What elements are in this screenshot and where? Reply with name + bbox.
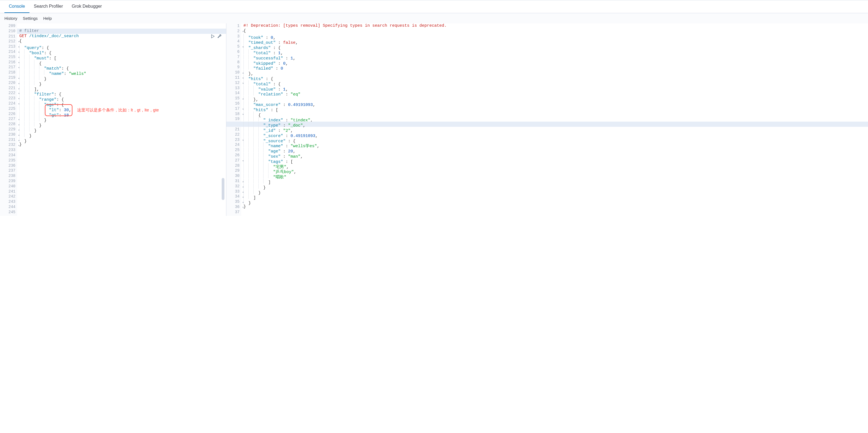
code-line[interactable]: "skipped" : 0, [243,60,868,65]
code-line[interactable] [19,158,226,163]
wrench-icon[interactable] [217,34,222,40]
response-code[interactable]: #! Deprecation: [types removal] Specifyi… [241,23,868,216]
code-line[interactable]: } [19,127,226,132]
history-link[interactable]: History [4,16,17,21]
code-line[interactable]: "max_score" : 0.49191093, [243,101,868,106]
code-line[interactable]: { [243,111,868,116]
code-line[interactable] [243,210,868,215]
code-line[interactable] [19,194,226,199]
code-line[interactable] [19,210,226,215]
code-line[interactable]: "must": [ [19,55,226,60]
code-line[interactable]: "_score" : 0.49191093, [243,132,868,137]
code-line[interactable]: } [243,189,868,194]
code-line[interactable]: } [243,204,868,210]
code-line[interactable]: "timed_out" : false, [243,39,868,44]
code-line[interactable]: "_type" : "_doc", [243,122,868,127]
code-line[interactable]: } [19,137,226,142]
response-viewer[interactable]: ⋮ 12▾345▾678910▴11▾12▾131415▴1617▾18▾192… [226,23,868,216]
code-line[interactable]: ] [243,178,868,184]
dev-tools-tabs: Console Search Profiler Grok Debugger [0,0,868,13]
code-line[interactable]: "_source" : { [243,137,868,142]
code-line[interactable]: } [243,199,868,204]
code-line[interactable]: "_shards" : { [243,44,868,49]
annotation-text: 这里可以是多个条件，比如：lt，gt，lte，gte [77,107,159,113]
code-line[interactable]: "乒乓boy", [243,168,868,173]
code-line[interactable]: } [19,122,226,127]
request-code[interactable]: # filterGET /tindex/_doc/_search{"query"… [17,23,226,216]
tab-console[interactable]: Console [4,0,29,13]
code-line[interactable]: #! Deprecation: [types removal] Specifyi… [243,23,868,29]
code-line[interactable]: "total" : 1, [243,49,868,55]
code-line[interactable]: "filter": { [19,91,226,96]
code-line[interactable]: "query": { [19,44,226,49]
code-line[interactable]: "hits" : { [243,75,868,80]
code-line[interactable]: { [19,39,226,44]
code-line[interactable]: "value" : 1, [243,86,868,91]
code-line[interactable]: }, [243,70,868,75]
code-line[interactable] [19,168,226,173]
code-line[interactable] [19,204,226,210]
code-line[interactable]: { [243,29,868,34]
code-line[interactable]: "name": "wells" [19,70,226,75]
code-line[interactable]: "hits" : [ [243,106,868,111]
request-editor[interactable]: 209210211212▾213▾214▾215▾216▾217▾218219▴… [0,23,226,216]
code-line[interactable]: ] [243,194,868,199]
code-line[interactable] [19,153,226,158]
svg-marker-0 [212,35,214,38]
code-line[interactable]: "relation" : "eq" [243,91,868,96]
code-line[interactable]: }, [243,96,868,101]
code-line[interactable]: ], [19,86,226,91]
code-line[interactable] [19,178,226,184]
annotation-box [45,104,72,116]
code-line[interactable]: # filter [19,29,226,34]
code-line[interactable]: "_index" : "tindex", [243,116,868,122]
code-line[interactable]: "took" : 0, [243,34,868,39]
help-link[interactable]: Help [43,16,52,21]
code-line[interactable]: "_id" : "2", [243,127,868,132]
code-line[interactable]: "successful" : 1, [243,55,868,60]
request-scrollbar[interactable] [222,178,224,200]
code-line[interactable]: "唱歌" [243,173,868,178]
code-line[interactable] [19,173,226,178]
code-line[interactable] [19,199,226,204]
code-line[interactable]: "name" : "wells学es", [243,142,868,147]
request-gutter: 209210211212▾213▾214▾215▾216▾217▾218219▴… [0,23,17,216]
code-line[interactable]: } [19,80,226,86]
code-line[interactable]: "match": { [19,65,226,70]
code-line[interactable]: } [19,75,226,80]
code-line[interactable]: { [19,60,226,65]
code-line[interactable]: "range": { [19,96,226,101]
code-line[interactable] [19,163,226,168]
code-line[interactable] [19,189,226,194]
code-line[interactable]: "bool": { [19,49,226,55]
code-line[interactable]: } [19,132,226,137]
console-subbar: History Settings Help [0,13,868,23]
code-line[interactable]: } [19,142,226,147]
code-line[interactable]: "age" : 20, [243,147,868,153]
play-icon[interactable] [211,34,215,40]
code-line[interactable]: "failed" : 0 [243,65,868,70]
request-actions [211,34,222,40]
code-line[interactable]: "total" : { [243,80,868,86]
code-line[interactable]: "宅男", [243,163,868,168]
code-line[interactable] [19,23,226,29]
code-line[interactable] [19,147,226,153]
code-line[interactable]: } [243,184,868,189]
code-line[interactable]: } [19,116,226,122]
editor-split: 209210211212▾213▾214▾215▾216▾217▾218219▴… [0,23,868,216]
code-line[interactable]: "sex" : "man", [243,153,868,158]
response-gutter: 12▾345▾678910▴11▾12▾131415▴1617▾18▾19202… [226,23,241,216]
settings-link[interactable]: Settings [23,16,38,21]
code-line[interactable]: "tags" : [ [243,158,868,163]
tab-grok-debugger[interactable]: Grok Debugger [67,0,106,13]
code-line[interactable] [19,184,226,189]
code-line[interactable]: GET /tindex/_doc/_search [19,34,226,39]
tab-search-profiler[interactable]: Search Profiler [29,0,67,13]
